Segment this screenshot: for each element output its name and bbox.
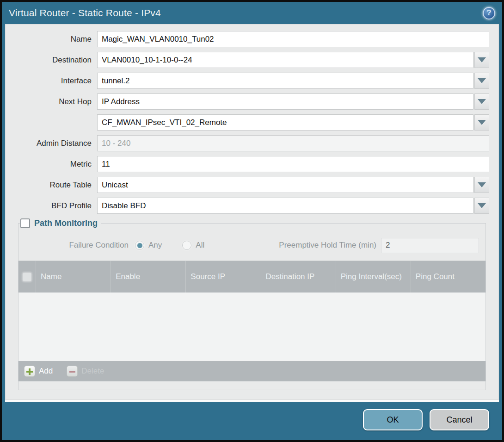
path-monitoring-table: Name Enable Source IP Destination IP Pin… bbox=[18, 261, 486, 381]
bfd-profile-dropdown-button[interactable] bbox=[474, 198, 489, 214]
bfd-profile-input[interactable] bbox=[97, 198, 473, 214]
failure-condition-row: Failure Condition Any All Preemptive Hol… bbox=[18, 237, 479, 253]
chevron-down-icon bbox=[478, 57, 486, 62]
bfd-profile-label: BFD Profile bbox=[15, 201, 97, 211]
metric-input[interactable] bbox=[97, 156, 489, 172]
route-table-input[interactable] bbox=[97, 177, 473, 193]
next-hop-type-input[interactable] bbox=[97, 93, 473, 110]
route-table-row: Route Table bbox=[15, 177, 489, 193]
dialog-title: Virtual Router - Static Route - IPv4 bbox=[9, 7, 161, 19]
add-plus-icon bbox=[24, 366, 35, 377]
table-header: Name Enable Source IP Destination IP Pin… bbox=[18, 261, 486, 293]
name-label: Name bbox=[15, 35, 97, 44]
chevron-down-icon bbox=[478, 203, 486, 208]
route-table-dropdown-button[interactable] bbox=[474, 177, 489, 193]
failure-condition-any-radio[interactable] bbox=[135, 241, 144, 250]
metric-label: Metric bbox=[15, 160, 97, 169]
next-hop-type-dropdown-button[interactable] bbox=[474, 93, 489, 110]
delete-button-label: Delete bbox=[81, 367, 104, 376]
preemptive-hold-time-label: Preemptive Hold Time (min) bbox=[279, 241, 381, 250]
column-header-ping-interval[interactable]: Ping Interval(sec) bbox=[336, 261, 411, 293]
interface-label: Interface bbox=[15, 76, 97, 86]
route-table-label: Route Table bbox=[15, 181, 97, 190]
delete-button[interactable]: Delete bbox=[67, 366, 104, 377]
dialog-content: Name Destination Interface bbox=[5, 24, 499, 400]
metric-row: Metric bbox=[15, 156, 489, 172]
destination-row: Destination bbox=[15, 52, 489, 68]
path-monitoring-section: Path Monitoring Failure Condition Any Al… bbox=[18, 218, 486, 390]
table-footer: Add Delete bbox=[18, 361, 486, 381]
title-bar: Virtual Router - Static Route - IPv4 ? bbox=[2, 2, 502, 24]
path-monitoring-legend: Path Monitoring bbox=[20, 218, 101, 228]
dialog-footer: OK Cancel bbox=[2, 402, 502, 440]
interface-row: Interface bbox=[15, 73, 489, 89]
failure-condition-all-radio[interactable] bbox=[182, 241, 191, 250]
destination-dropdown-button[interactable] bbox=[474, 52, 489, 68]
destination-input[interactable] bbox=[97, 52, 473, 68]
ok-button[interactable]: OK bbox=[363, 409, 423, 430]
column-header-source-ip[interactable]: Source IP bbox=[185, 261, 260, 293]
chevron-down-icon bbox=[478, 78, 486, 83]
select-all-checkbox[interactable] bbox=[23, 273, 31, 281]
next-hop-address-row bbox=[15, 114, 489, 131]
admin-distance-row: Admin Distance bbox=[15, 135, 489, 151]
delete-minus-icon bbox=[67, 366, 78, 377]
admin-distance-label: Admin Distance bbox=[15, 139, 97, 148]
name-input[interactable] bbox=[97, 31, 489, 47]
cancel-button[interactable]: Cancel bbox=[430, 409, 489, 430]
next-hop-address-dropdown-button[interactable] bbox=[474, 114, 489, 131]
chevron-down-icon bbox=[478, 120, 486, 125]
add-button-label: Add bbox=[39, 367, 53, 376]
bfd-profile-row: BFD Profile bbox=[15, 198, 489, 214]
preemptive-hold-time-input[interactable] bbox=[381, 238, 479, 253]
failure-condition-all-label: All bbox=[196, 241, 204, 250]
failure-condition-label: Failure Condition bbox=[18, 241, 135, 250]
static-route-dialog: Virtual Router - Static Route - IPv4 ? N… bbox=[0, 0, 504, 442]
name-row: Name bbox=[15, 31, 489, 47]
chevron-down-icon bbox=[478, 182, 486, 187]
select-all-cell bbox=[18, 261, 36, 293]
path-monitoring-checkbox[interactable] bbox=[20, 218, 30, 228]
interface-dropdown-button[interactable] bbox=[474, 73, 489, 89]
add-button[interactable]: Add bbox=[24, 366, 53, 377]
column-header-ping-count[interactable]: Ping Count bbox=[411, 261, 486, 293]
table-body-empty[interactable] bbox=[18, 293, 486, 361]
next-hop-address-input[interactable] bbox=[97, 114, 473, 131]
help-icon[interactable]: ? bbox=[483, 7, 495, 19]
interface-input[interactable] bbox=[97, 73, 473, 89]
admin-distance-input[interactable] bbox=[97, 135, 489, 151]
next-hop-row: Next Hop bbox=[15, 93, 489, 110]
failure-condition-any-label: Any bbox=[148, 241, 162, 250]
destination-label: Destination bbox=[15, 56, 97, 65]
next-hop-label: Next Hop bbox=[15, 97, 97, 106]
column-header-enable[interactable]: Enable bbox=[111, 261, 185, 293]
column-header-name[interactable]: Name bbox=[36, 261, 111, 293]
column-header-destination-ip[interactable]: Destination IP bbox=[261, 261, 336, 293]
path-monitoring-title: Path Monitoring bbox=[34, 218, 98, 228]
chevron-down-icon bbox=[478, 99, 486, 104]
